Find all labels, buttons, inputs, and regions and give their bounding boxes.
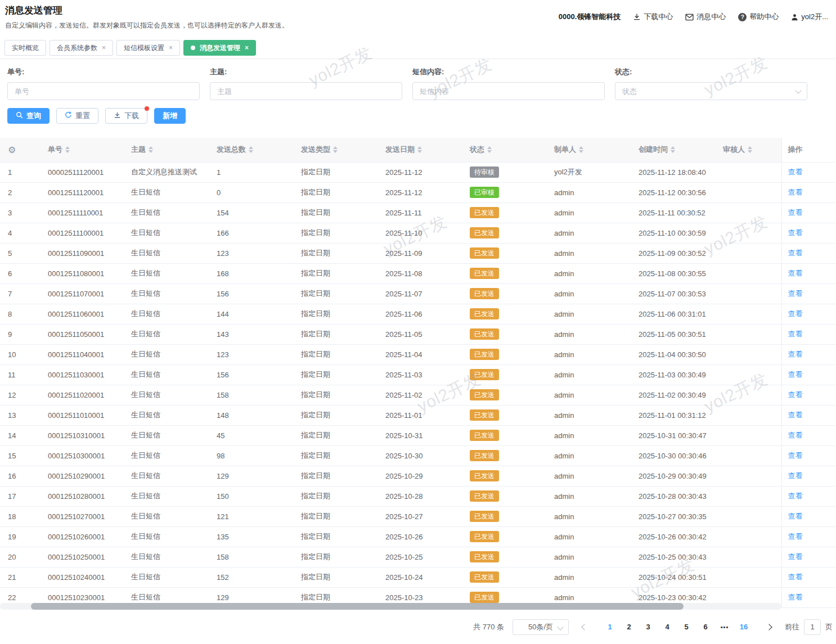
- sort-caret-icon[interactable]: [671, 146, 675, 153]
- cell-index: 5: [0, 243, 39, 263]
- sort-caret-icon[interactable]: [149, 146, 153, 153]
- user-menu[interactable]: yol2开...: [791, 12, 828, 22]
- column-header-created-at[interactable]: 创建时间: [630, 138, 714, 162]
- cell-reviewer: [714, 385, 781, 405]
- download-button[interactable]: 下载: [105, 108, 147, 124]
- close-icon[interactable]: ×: [169, 44, 173, 51]
- status-select[interactable]: [615, 82, 807, 100]
- column-header-creator[interactable]: 制单人: [546, 138, 630, 162]
- view-link[interactable]: 查看: [788, 269, 803, 277]
- cell-creator: admin: [546, 364, 630, 385]
- page-number-2[interactable]: 2: [621, 623, 637, 631]
- view-link[interactable]: 查看: [788, 249, 803, 257]
- sort-caret-icon[interactable]: [487, 146, 492, 153]
- column-header-total[interactable]: 发送总数: [208, 138, 293, 162]
- page-title: 消息发送管理: [5, 4, 289, 17]
- page-number-3[interactable]: 3: [640, 623, 657, 631]
- reset-button[interactable]: 重置: [56, 108, 98, 124]
- cell-action: 查看: [781, 162, 836, 182]
- column-header-reviewer[interactable]: 审核人: [714, 138, 781, 162]
- column-header-status[interactable]: 状态: [461, 138, 546, 162]
- sms-content-input[interactable]: [412, 82, 605, 100]
- tab-2[interactable]: 会员系统参数×: [50, 40, 113, 56]
- view-link[interactable]: 查看: [788, 289, 803, 298]
- help-center-link[interactable]: ? 帮助中心: [738, 12, 779, 22]
- page-number-1[interactable]: 1: [601, 623, 618, 631]
- page-number-4[interactable]: 4: [659, 623, 676, 631]
- view-link[interactable]: 查看: [788, 552, 803, 561]
- page-number-6[interactable]: 6: [697, 623, 714, 631]
- page-number-16[interactable]: 16: [735, 623, 752, 631]
- horizontal-scrollbar-thumb[interactable]: [31, 603, 684, 610]
- close-icon[interactable]: ×: [245, 44, 249, 51]
- cell-index: 19: [0, 526, 39, 547]
- horizontal-scrollbar-track[interactable]: [0, 603, 781, 610]
- column-header-send-type[interactable]: 发送类型: [293, 138, 377, 162]
- prev-page-button[interactable]: [577, 625, 592, 629]
- view-link[interactable]: 查看: [788, 390, 803, 399]
- next-page-button[interactable]: [762, 625, 776, 629]
- cell-total: 135: [208, 526, 293, 547]
- tab-4[interactable]: 消息发送管理×: [183, 40, 256, 56]
- view-link[interactable]: 查看: [788, 309, 803, 318]
- view-link[interactable]: 查看: [788, 512, 803, 520]
- view-link[interactable]: 查看: [788, 208, 803, 217]
- view-link[interactable]: 查看: [788, 411, 803, 419]
- view-link[interactable]: 查看: [788, 492, 803, 500]
- table-row: 1600012510290001生日短信129指定日期2025-10-29已发送…: [0, 466, 836, 486]
- column-header-subject[interactable]: 主题: [123, 138, 208, 162]
- page-size-select[interactable]: 50条/页: [513, 619, 569, 635]
- cell-created-at: 2025-11-11 00:30:52: [630, 202, 714, 223]
- tab-label: 实时概览: [12, 43, 39, 53]
- order-no-input[interactable]: [7, 82, 200, 100]
- view-link[interactable]: 查看: [788, 593, 803, 601]
- page-number-5[interactable]: 5: [678, 623, 695, 631]
- cell-order-no: 00012510270001: [39, 506, 123, 526]
- cell-creator: admin: [546, 405, 630, 425]
- view-link[interactable]: 查看: [788, 350, 803, 358]
- view-link[interactable]: 查看: [788, 168, 803, 176]
- view-link[interactable]: 查看: [788, 330, 803, 338]
- close-icon[interactable]: ×: [102, 44, 106, 51]
- view-link[interactable]: 查看: [788, 451, 803, 460]
- download-center-link[interactable]: 下载中心: [633, 12, 673, 22]
- view-link[interactable]: 查看: [788, 228, 803, 237]
- tab-3[interactable]: 短信模板设置×: [116, 40, 180, 56]
- subject-input[interactable]: [210, 82, 402, 100]
- view-link[interactable]: 查看: [788, 188, 803, 196]
- cell-send-date: 2025-11-06: [377, 304, 461, 324]
- sort-caret-icon[interactable]: [249, 146, 253, 153]
- cell-reviewer: [714, 486, 781, 506]
- sort-caret-icon[interactable]: [333, 146, 338, 153]
- view-link[interactable]: 查看: [788, 532, 803, 541]
- sort-caret-icon[interactable]: [748, 146, 752, 153]
- gear-icon[interactable]: ⚙: [8, 145, 16, 155]
- sort-caret-icon[interactable]: [579, 146, 583, 153]
- goto-page-input[interactable]: [804, 619, 821, 635]
- view-link[interactable]: 查看: [788, 431, 803, 439]
- refresh-icon: [65, 111, 72, 120]
- column-header-order-no[interactable]: 单号: [39, 138, 123, 162]
- cell-send-date: 2025-11-04: [377, 344, 461, 364]
- cell-order-no: 00012511040001: [39, 344, 123, 364]
- message-center-link[interactable]: 消息中心: [685, 12, 726, 22]
- cell-action: 查看: [781, 223, 836, 243]
- tab-1[interactable]: 实时概览: [5, 40, 46, 56]
- cell-created-at: 2025-10-31 00:30:47: [630, 425, 714, 445]
- cell-created-at: 2025-11-03 00:30:49: [630, 364, 714, 385]
- search-button[interactable]: 查询: [7, 108, 50, 124]
- add-button[interactable]: 新增: [154, 108, 186, 124]
- column-label: 主题: [131, 145, 146, 155]
- cell-order-no: 00002511120001: [39, 162, 123, 182]
- status-label: 状态:: [615, 67, 807, 77]
- cell-status: 已发送: [461, 243, 546, 263]
- sort-caret-icon[interactable]: [65, 146, 70, 153]
- view-link[interactable]: 查看: [788, 370, 803, 379]
- cell-reviewer: [714, 162, 781, 182]
- goto-page: 前往 页: [785, 619, 833, 635]
- sort-caret-icon[interactable]: [417, 146, 422, 153]
- page-ellipsis[interactable]: •••: [716, 624, 733, 631]
- column-header-send-date[interactable]: 发送日期: [377, 138, 461, 162]
- view-link[interactable]: 查看: [788, 573, 803, 581]
- view-link[interactable]: 查看: [788, 471, 803, 480]
